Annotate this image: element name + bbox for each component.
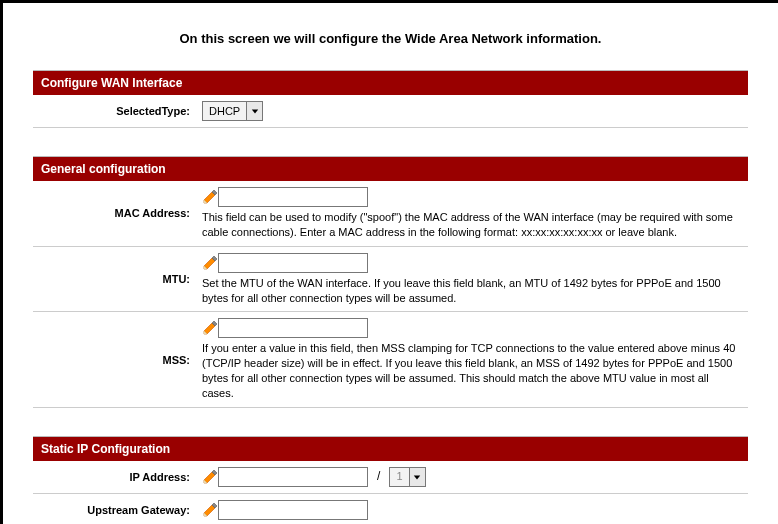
label-mac: MAC Address: xyxy=(33,181,200,246)
row-selected-type: SelectedType: DHCP xyxy=(33,95,748,128)
section-header-general: General configuration xyxy=(33,157,748,181)
label-ip: IP Address: xyxy=(33,461,200,494)
label-gateway: Upstream Gateway: xyxy=(33,493,200,524)
gateway-input[interactable] xyxy=(218,500,368,520)
mss-description: If you enter a value in this field, then… xyxy=(202,341,742,400)
cidr-slash: / xyxy=(371,469,386,483)
label-mss: MSS: xyxy=(33,312,200,407)
mtu-input[interactable] xyxy=(218,253,368,273)
pencil-icon xyxy=(202,502,218,518)
label-selected-type: SelectedType: xyxy=(33,95,200,128)
section-header-static: Static IP Configuration xyxy=(33,437,748,461)
mac-description: This field can be used to modify ("spoof… xyxy=(202,210,742,240)
pencil-icon xyxy=(202,469,218,485)
chevron-down-icon xyxy=(409,468,425,486)
mac-input[interactable] xyxy=(218,187,368,207)
row-mss: MSS: If you enter a value in this field,… xyxy=(33,312,748,407)
section-static-ip: Static IP Configuration IP Address: / 1 xyxy=(33,436,748,524)
cidr-dropdown[interactable]: 1 xyxy=(389,467,425,487)
row-upstream-gateway: Upstream Gateway: xyxy=(33,493,748,524)
pencil-icon xyxy=(202,255,218,271)
pencil-icon xyxy=(202,189,218,205)
section-wan: Configure WAN Interface SelectedType: DH… xyxy=(33,70,748,128)
row-ip-address: IP Address: / 1 xyxy=(33,461,748,494)
page-title: On this screen we will configure the Wid… xyxy=(3,3,778,70)
section-header-wan: Configure WAN Interface xyxy=(33,71,748,95)
selected-type-value: DHCP xyxy=(203,104,246,119)
label-mtu: MTU: xyxy=(33,246,200,312)
mtu-description: Set the MTU of the WAN interface. If you… xyxy=(202,276,742,306)
mss-input[interactable] xyxy=(218,318,368,338)
row-mtu: MTU: Set the MTU of the WAN interface. I… xyxy=(33,246,748,312)
ip-input[interactable] xyxy=(218,467,368,487)
cidr-value: 1 xyxy=(390,469,408,484)
chevron-down-icon xyxy=(246,102,262,120)
row-mac-address: MAC Address: This field can be used to m… xyxy=(33,181,748,246)
selected-type-dropdown[interactable]: DHCP xyxy=(202,101,263,121)
pencil-icon xyxy=(202,320,218,336)
section-general: General configuration MAC Address: This … xyxy=(33,156,748,408)
